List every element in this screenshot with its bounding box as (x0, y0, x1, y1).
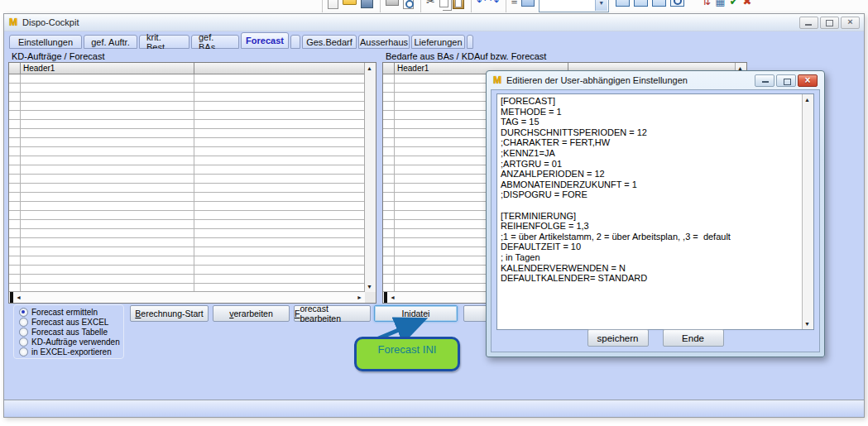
grid-column-header: Header1 (23, 64, 55, 73)
dialog-close-button[interactable] (798, 74, 818, 87)
verarbeiten-button[interactable]: verarbeiten (213, 305, 290, 322)
apply-check-icon[interactable]: ✔ (730, 0, 739, 7)
tab-gef-auftr[interactable]: gef. Auftr. (84, 35, 137, 49)
redo-icon: ↷ (490, 0, 499, 7)
apply-check-icon: ✔ (730, 0, 739, 7)
dialog-title: Editieren der User-abhängigen Einstellun… (506, 75, 688, 85)
option-label: Forecast aus EXCEL (31, 318, 108, 327)
window-zoom-icon[interactable] (670, 0, 684, 7)
undo-icon[interactable]: ↶ (477, 0, 486, 7)
window-icon-2 (652, 0, 666, 7)
option-in-excel-exportieren[interactable]: in EXCEL-exportieren (19, 347, 112, 357)
scroll-left-icon[interactable] (388, 294, 397, 302)
tab-stub (467, 35, 473, 49)
tab-gef-bas[interactable]: gef. BAs (191, 35, 239, 49)
print-icon (386, 0, 399, 6)
horizontal-scrollbar[interactable] (9, 291, 365, 303)
forecast-option-group: Forecast ermittelnForecast aus EXCELFore… (13, 304, 124, 359)
copy-icon[interactable] (439, 0, 448, 7)
delete-x-icon: ✖ (742, 0, 751, 7)
option-forecast-aus-tabelle[interactable]: Forecast aus Tabelle (19, 328, 108, 337)
sort-icon: ⇅ (702, 0, 711, 7)
tab-forecast[interactable]: Forecast (241, 32, 289, 49)
grid-column-header: Header1 (397, 64, 429, 73)
radio-icon[interactable] (19, 308, 28, 317)
minimize-button[interactable] (799, 17, 818, 29)
tab-ausserhaus[interactable]: Ausserhaus (358, 35, 410, 49)
scrollbar-sizer[interactable] (10, 292, 13, 303)
window-icon-2[interactable] (652, 0, 666, 7)
option-label: Forecast ermitteln (31, 308, 98, 317)
save-icon (361, 0, 373, 8)
kd-auftraege-grid[interactable]: Header1 (8, 62, 376, 304)
dialog-window-controls (755, 74, 818, 87)
save-button[interactable]: speichern (587, 329, 649, 347)
save-icon[interactable] (361, 0, 373, 8)
window-controls (799, 17, 860, 29)
tab-stub (290, 35, 300, 49)
maximize-button[interactable] (820, 17, 839, 29)
close-button[interactable] (841, 17, 860, 29)
radio-icon[interactable] (19, 337, 28, 347)
properties-icon: ≡ (511, 0, 518, 7)
option-kd-auftr-ge-verwenden[interactable]: KD-Aufträge verwenden (19, 337, 120, 347)
open-icon (343, 0, 357, 5)
scroll-up-icon[interactable] (365, 65, 374, 73)
scroll-down-icon[interactable] (365, 283, 374, 291)
option-forecast-aus-excel[interactable]: Forecast aus EXCEL (19, 318, 108, 327)
tab-einstellungen[interactable]: Einstellungen (9, 35, 82, 49)
window-select-combo[interactable] (539, 0, 609, 12)
vertical-scrollbar[interactable] (364, 63, 376, 292)
radio-icon[interactable] (19, 328, 28, 337)
option-label: Forecast aus Tabelle (31, 328, 108, 337)
end-button[interactable]: Ende (663, 329, 724, 347)
print-icon[interactable] (386, 0, 399, 6)
left-panel-label: KD-Aufträge / Forecast (12, 51, 105, 61)
dialog-maximize-button[interactable] (776, 74, 796, 87)
editor-scrollbar[interactable] (802, 94, 813, 329)
window-refresh-icon (634, 0, 648, 7)
forecast-bearbeiten-button[interactable]: Forecast bearbeiten (294, 305, 371, 322)
tab-ges-bedarf[interactable]: Ges.Bedarf (302, 35, 357, 49)
toolbar-separator (420, 0, 421, 12)
parent-toolbar: ✂↶↷≡⇅▦✔✖ (0, 0, 868, 12)
grid-edit-icon[interactable]: ▦ (715, 0, 725, 7)
new-document-icon[interactable] (328, 0, 338, 9)
delete-x-icon[interactable]: ✖ (742, 0, 751, 7)
dialog-minimize-button[interactable] (755, 74, 774, 87)
toolbar-separator (322, 0, 323, 12)
option-forecast-ermitteln[interactable]: Forecast ermitteln (19, 308, 98, 317)
tab-bar: Einstellungengef. Auftr.krit. Best.gef. … (9, 31, 475, 49)
grid-body[interactable] (9, 74, 365, 292)
scrollbar-sizer[interactable] (384, 292, 387, 303)
scroll-right-icon[interactable] (355, 294, 364, 302)
inidatei-button[interactable]: Inidatei (374, 305, 458, 322)
redo-icon[interactable]: ↷ (490, 0, 499, 7)
print-preview-icon (403, 0, 414, 9)
scroll-down-icon[interactable] (803, 320, 812, 328)
sort-icon[interactable]: ⇅ (702, 0, 711, 7)
window-icon-1[interactable] (616, 0, 630, 7)
print-preview-icon[interactable] (403, 0, 414, 9)
tab-lieferungen[interactable]: Lieferungen (411, 35, 465, 49)
option-label: in EXCEL-exportieren (31, 347, 112, 357)
column-divider (194, 74, 194, 292)
berechnung-start-button[interactable]: Berechnung-Start (130, 305, 209, 322)
window-refresh-icon[interactable] (634, 0, 648, 7)
settings-editor[interactable]: [FORECAST] METHODE = 1 TAG = 15 DURCHSCH… (496, 93, 814, 330)
scroll-left-icon[interactable] (14, 294, 23, 302)
grid-header-row: Header1 (9, 63, 365, 74)
cut-icon: ✂ (426, 0, 435, 7)
table-icon[interactable] (521, 0, 535, 7)
ini-content[interactable]: [FORECAST] METHODE = 1 TAG = 15 DURCHSCH… (497, 94, 813, 285)
scroll-up-icon[interactable] (803, 96, 812, 104)
open-icon[interactable] (343, 0, 357, 5)
cut-icon[interactable]: ✂ (426, 0, 435, 7)
radio-icon[interactable] (19, 347, 28, 357)
paste-icon[interactable] (453, 0, 464, 9)
properties-icon[interactable]: ≡ (511, 0, 518, 7)
grid-edit-icon: ▦ (715, 0, 725, 7)
tab-krit-best[interactable]: krit. Best. (139, 35, 189, 49)
combo-dropdown-icon[interactable] (595, 0, 607, 11)
radio-icon[interactable] (19, 318, 28, 327)
